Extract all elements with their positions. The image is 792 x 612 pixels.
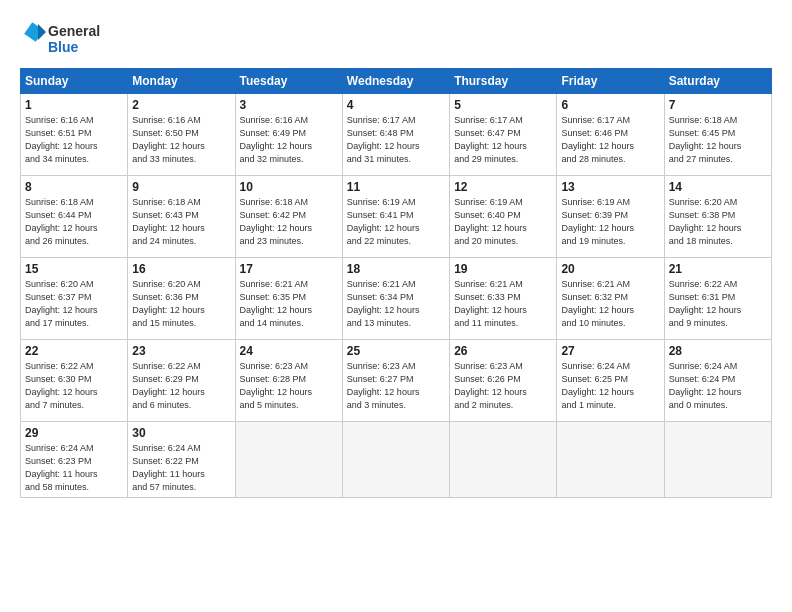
day-number: 16 — [132, 262, 230, 276]
day-info: Sunrise: 6:21 AM Sunset: 6:34 PM Dayligh… — [347, 278, 445, 330]
header-tuesday: Tuesday — [235, 69, 342, 94]
day-number: 2 — [132, 98, 230, 112]
header-wednesday: Wednesday — [342, 69, 449, 94]
day-number: 29 — [25, 426, 123, 440]
day-info: Sunrise: 6:18 AM Sunset: 6:43 PM Dayligh… — [132, 196, 230, 248]
day-number: 22 — [25, 344, 123, 358]
logo: General Blue — [20, 18, 110, 60]
day-info: Sunrise: 6:22 AM Sunset: 6:31 PM Dayligh… — [669, 278, 767, 330]
day-cell: 6Sunrise: 6:17 AM Sunset: 6:46 PM Daylig… — [557, 94, 664, 176]
day-cell: 23Sunrise: 6:22 AM Sunset: 6:29 PM Dayli… — [128, 340, 235, 422]
day-info: Sunrise: 6:20 AM Sunset: 6:37 PM Dayligh… — [25, 278, 123, 330]
day-cell: 3Sunrise: 6:16 AM Sunset: 6:49 PM Daylig… — [235, 94, 342, 176]
day-cell: 16Sunrise: 6:20 AM Sunset: 6:36 PM Dayli… — [128, 258, 235, 340]
day-number: 4 — [347, 98, 445, 112]
day-info: Sunrise: 6:17 AM Sunset: 6:46 PM Dayligh… — [561, 114, 659, 166]
day-info: Sunrise: 6:17 AM Sunset: 6:48 PM Dayligh… — [347, 114, 445, 166]
day-cell: 22Sunrise: 6:22 AM Sunset: 6:30 PM Dayli… — [21, 340, 128, 422]
day-info: Sunrise: 6:24 AM Sunset: 6:22 PM Dayligh… — [132, 442, 230, 494]
header-saturday: Saturday — [664, 69, 771, 94]
day-info: Sunrise: 6:18 AM Sunset: 6:42 PM Dayligh… — [240, 196, 338, 248]
header-friday: Friday — [557, 69, 664, 94]
day-cell: 1Sunrise: 6:16 AM Sunset: 6:51 PM Daylig… — [21, 94, 128, 176]
day-info: Sunrise: 6:16 AM Sunset: 6:50 PM Dayligh… — [132, 114, 230, 166]
day-info: Sunrise: 6:24 AM Sunset: 6:23 PM Dayligh… — [25, 442, 123, 494]
day-info: Sunrise: 6:21 AM Sunset: 6:32 PM Dayligh… — [561, 278, 659, 330]
week-row-5: 29Sunrise: 6:24 AM Sunset: 6:23 PM Dayli… — [21, 422, 772, 498]
day-cell — [342, 422, 449, 498]
day-number: 10 — [240, 180, 338, 194]
day-info: Sunrise: 6:23 AM Sunset: 6:28 PM Dayligh… — [240, 360, 338, 412]
day-info: Sunrise: 6:20 AM Sunset: 6:38 PM Dayligh… — [669, 196, 767, 248]
day-cell: 2Sunrise: 6:16 AM Sunset: 6:50 PM Daylig… — [128, 94, 235, 176]
day-info: Sunrise: 6:16 AM Sunset: 6:51 PM Dayligh… — [25, 114, 123, 166]
day-cell: 15Sunrise: 6:20 AM Sunset: 6:37 PM Dayli… — [21, 258, 128, 340]
day-cell: 8Sunrise: 6:18 AM Sunset: 6:44 PM Daylig… — [21, 176, 128, 258]
day-number: 6 — [561, 98, 659, 112]
day-info: Sunrise: 6:23 AM Sunset: 6:27 PM Dayligh… — [347, 360, 445, 412]
page: General Blue SundayMondayTuesdayWednesda… — [0, 0, 792, 612]
day-info: Sunrise: 6:19 AM Sunset: 6:39 PM Dayligh… — [561, 196, 659, 248]
day-info: Sunrise: 6:24 AM Sunset: 6:25 PM Dayligh… — [561, 360, 659, 412]
day-info: Sunrise: 6:21 AM Sunset: 6:35 PM Dayligh… — [240, 278, 338, 330]
day-cell: 5Sunrise: 6:17 AM Sunset: 6:47 PM Daylig… — [450, 94, 557, 176]
day-number: 15 — [25, 262, 123, 276]
day-info: Sunrise: 6:18 AM Sunset: 6:44 PM Dayligh… — [25, 196, 123, 248]
day-number: 11 — [347, 180, 445, 194]
calendar-header-row: SundayMondayTuesdayWednesdayThursdayFrid… — [21, 69, 772, 94]
day-cell: 26Sunrise: 6:23 AM Sunset: 6:26 PM Dayli… — [450, 340, 557, 422]
day-cell: 13Sunrise: 6:19 AM Sunset: 6:39 PM Dayli… — [557, 176, 664, 258]
day-cell: 21Sunrise: 6:22 AM Sunset: 6:31 PM Dayli… — [664, 258, 771, 340]
day-info: Sunrise: 6:22 AM Sunset: 6:29 PM Dayligh… — [132, 360, 230, 412]
day-cell: 27Sunrise: 6:24 AM Sunset: 6:25 PM Dayli… — [557, 340, 664, 422]
day-number: 9 — [132, 180, 230, 194]
svg-marker-3 — [38, 24, 46, 40]
day-number: 27 — [561, 344, 659, 358]
header-monday: Monday — [128, 69, 235, 94]
day-cell: 24Sunrise: 6:23 AM Sunset: 6:28 PM Dayli… — [235, 340, 342, 422]
day-number: 23 — [132, 344, 230, 358]
day-info: Sunrise: 6:21 AM Sunset: 6:33 PM Dayligh… — [454, 278, 552, 330]
day-number: 5 — [454, 98, 552, 112]
day-number: 30 — [132, 426, 230, 440]
day-number: 3 — [240, 98, 338, 112]
day-number: 8 — [25, 180, 123, 194]
day-number: 13 — [561, 180, 659, 194]
day-cell — [450, 422, 557, 498]
week-row-1: 1Sunrise: 6:16 AM Sunset: 6:51 PM Daylig… — [21, 94, 772, 176]
day-cell: 25Sunrise: 6:23 AM Sunset: 6:27 PM Dayli… — [342, 340, 449, 422]
day-number: 1 — [25, 98, 123, 112]
day-number: 12 — [454, 180, 552, 194]
day-info: Sunrise: 6:22 AM Sunset: 6:30 PM Dayligh… — [25, 360, 123, 412]
day-cell — [664, 422, 771, 498]
day-cell: 10Sunrise: 6:18 AM Sunset: 6:42 PM Dayli… — [235, 176, 342, 258]
week-row-3: 15Sunrise: 6:20 AM Sunset: 6:37 PM Dayli… — [21, 258, 772, 340]
day-number: 25 — [347, 344, 445, 358]
day-cell: 12Sunrise: 6:19 AM Sunset: 6:40 PM Dayli… — [450, 176, 557, 258]
day-number: 7 — [669, 98, 767, 112]
day-cell: 29Sunrise: 6:24 AM Sunset: 6:23 PM Dayli… — [21, 422, 128, 498]
day-info: Sunrise: 6:23 AM Sunset: 6:26 PM Dayligh… — [454, 360, 552, 412]
day-cell: 9Sunrise: 6:18 AM Sunset: 6:43 PM Daylig… — [128, 176, 235, 258]
day-cell: 30Sunrise: 6:24 AM Sunset: 6:22 PM Dayli… — [128, 422, 235, 498]
day-cell: 7Sunrise: 6:18 AM Sunset: 6:45 PM Daylig… — [664, 94, 771, 176]
day-info: Sunrise: 6:19 AM Sunset: 6:41 PM Dayligh… — [347, 196, 445, 248]
day-number: 24 — [240, 344, 338, 358]
week-row-4: 22Sunrise: 6:22 AM Sunset: 6:30 PM Dayli… — [21, 340, 772, 422]
day-cell — [557, 422, 664, 498]
header: General Blue — [20, 18, 772, 60]
calendar-table: SundayMondayTuesdayWednesdayThursdayFrid… — [20, 68, 772, 498]
day-number: 19 — [454, 262, 552, 276]
day-cell — [235, 422, 342, 498]
generalblue-logo: General Blue — [20, 18, 110, 60]
day-info: Sunrise: 6:16 AM Sunset: 6:49 PM Dayligh… — [240, 114, 338, 166]
day-number: 21 — [669, 262, 767, 276]
svg-text:Blue: Blue — [48, 39, 79, 55]
day-cell: 4Sunrise: 6:17 AM Sunset: 6:48 PM Daylig… — [342, 94, 449, 176]
week-row-2: 8Sunrise: 6:18 AM Sunset: 6:44 PM Daylig… — [21, 176, 772, 258]
day-number: 18 — [347, 262, 445, 276]
day-cell: 19Sunrise: 6:21 AM Sunset: 6:33 PM Dayli… — [450, 258, 557, 340]
day-info: Sunrise: 6:17 AM Sunset: 6:47 PM Dayligh… — [454, 114, 552, 166]
day-info: Sunrise: 6:24 AM Sunset: 6:24 PM Dayligh… — [669, 360, 767, 412]
day-cell: 28Sunrise: 6:24 AM Sunset: 6:24 PM Dayli… — [664, 340, 771, 422]
